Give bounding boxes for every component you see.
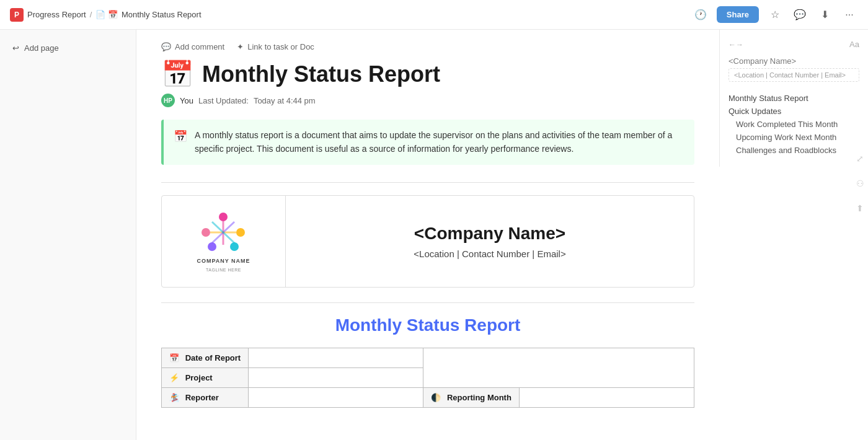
topbar-actions: 🕐 Share ☆ 💬 ⬇ ··· bbox=[692, 6, 858, 24]
add-comment-label: Add comment bbox=[175, 42, 224, 51]
doc-icon: 📄 📅 bbox=[95, 10, 118, 19]
breadcrumb-separator: / bbox=[90, 10, 92, 19]
history-icon[interactable]: 🕐 bbox=[692, 6, 709, 24]
sidebar-nav-work-completed[interactable]: Work Completed This Month bbox=[728, 118, 859, 131]
callout-text: A monthly status report is a document th… bbox=[195, 128, 684, 156]
callout-box: 📅 A monthly status report is a document … bbox=[161, 120, 694, 165]
users-icon[interactable]: ⚇ bbox=[856, 178, 864, 188]
table-row: ⚡ Project bbox=[162, 367, 694, 387]
main-layout: ↩ Add page 💬 Add comment ✦ Link to task … bbox=[0, 30, 868, 440]
project-value[interactable] bbox=[249, 367, 423, 387]
star-icon[interactable]: ☆ bbox=[766, 6, 784, 24]
topbar: P Progress Report / 📄 📅 Monthly Status R… bbox=[0, 0, 868, 30]
logo-svg bbox=[198, 211, 248, 254]
sidebar-nav-upcoming-work[interactable]: Upcoming Work Next Month bbox=[728, 131, 859, 144]
svg-point-4 bbox=[230, 242, 239, 251]
company-contact-display[interactable]: <Location | Contact Number | Email> bbox=[414, 249, 565, 259]
more-icon[interactable]: ··· bbox=[841, 6, 858, 24]
divider-1 bbox=[161, 182, 694, 183]
expand-icon[interactable]: ⤢ bbox=[856, 154, 864, 164]
company-block: COMPANY NAME TAGLINE HERE <Company Name>… bbox=[161, 195, 694, 288]
share-icon[interactable]: ⬆ bbox=[856, 203, 864, 213]
date-of-report-label: 📅 Date of Report bbox=[162, 348, 249, 367]
comment-icon: 💬 bbox=[161, 42, 171, 51]
share-button[interactable]: Share bbox=[717, 6, 759, 23]
add-comment-button[interactable]: 💬 Add comment bbox=[161, 42, 224, 51]
chat-icon[interactable]: 💬 bbox=[791, 6, 808, 24]
lightning-icon: ⚡ bbox=[169, 373, 179, 382]
collapse-label: ←→ bbox=[728, 40, 743, 49]
content-area: 💬 Add comment ✦ Link to task or Doc 📅 Mo… bbox=[136, 30, 719, 440]
title-icon: 📅 bbox=[161, 61, 193, 87]
divider-2 bbox=[161, 302, 694, 303]
table-row: 📅 Date of Report bbox=[162, 348, 694, 367]
reporter-label: 🏂 Reporter bbox=[162, 387, 249, 407]
font-size-icon[interactable]: Aa bbox=[849, 40, 859, 49]
section-title: Monthly Status Report bbox=[161, 315, 694, 335]
right-sidebar-wrapper: ←→ Aa <Company Name> <Location | Contact… bbox=[719, 30, 868, 440]
sidebar-icons-col: ⤢ ⚇ ⬆ bbox=[856, 154, 864, 213]
company-logo-cell: COMPANY NAME TAGLINE HERE bbox=[162, 196, 286, 287]
company-name-display[interactable]: <Company Name> bbox=[414, 224, 565, 244]
breadcrumb-app[interactable]: Progress Report bbox=[27, 10, 86, 19]
action-bar: 💬 Add comment ✦ Link to task or Doc bbox=[161, 42, 694, 51]
download-icon[interactable]: ⬇ bbox=[816, 6, 833, 24]
breadcrumb: P Progress Report / 📄 📅 Monthly Status R… bbox=[10, 8, 692, 22]
add-page-label: Add page bbox=[24, 43, 59, 53]
date-of-report-value[interactable] bbox=[249, 348, 423, 367]
table-row: 🏂 Reporter 🌓 Reporting Month bbox=[162, 387, 694, 407]
moon-icon: 🌓 bbox=[431, 393, 441, 402]
company-logo: COMPANY NAME TAGLINE HERE bbox=[197, 211, 250, 272]
company-info-cell: <Company Name> <Location | Contact Numbe… bbox=[286, 196, 694, 287]
avatar: HP bbox=[161, 94, 175, 107]
link-icon: ✦ bbox=[237, 42, 244, 51]
doc-title-row: 📅 Monthly Status Report bbox=[161, 61, 694, 87]
reporter-value[interactable] bbox=[249, 387, 423, 407]
last-updated-value: Today at 4:44 pm bbox=[254, 96, 316, 105]
document-title[interactable]: Monthly Status Report bbox=[202, 61, 440, 87]
last-updated-label: Last Updated: bbox=[198, 96, 249, 105]
person-icon: 🏂 bbox=[169, 393, 179, 402]
reporting-month-value[interactable] bbox=[519, 387, 694, 407]
svg-point-0 bbox=[219, 213, 228, 221]
reporting-month-label: 🌓 Reporting Month bbox=[423, 387, 520, 407]
add-page-icon: ↩ bbox=[12, 43, 19, 53]
project-label: ⚡ Project bbox=[162, 367, 249, 387]
sidebar-company-name[interactable]: <Company Name> bbox=[728, 56, 859, 66]
link-button[interactable]: ✦ Link to task or Doc bbox=[237, 42, 314, 51]
logo-tagline: TAGLINE HERE bbox=[206, 268, 241, 272]
calendar-cell-icon: 📅 bbox=[169, 353, 179, 363]
add-page-button[interactable]: ↩ Add page bbox=[7, 40, 128, 56]
sidebar-nav-challenges[interactable]: Challenges and Roadblocks bbox=[728, 144, 859, 157]
sidebar-nav-monthly-status[interactable]: Monthly Status Report bbox=[728, 92, 859, 105]
callout-icon: 📅 bbox=[174, 130, 187, 143]
sidebar-nav-quick-updates[interactable]: Quick Updates bbox=[728, 105, 859, 118]
app-icon: P bbox=[10, 8, 24, 22]
right-sidebar-header: ←→ Aa bbox=[728, 40, 859, 49]
report-table: 📅 Date of Report ⚡ Project 🏂 Reporte bbox=[161, 348, 694, 408]
svg-point-3 bbox=[208, 242, 216, 251]
link-label: Link to task or Doc bbox=[247, 42, 314, 51]
svg-point-1 bbox=[202, 228, 210, 237]
meta-row: HP You Last Updated: Today at 4:44 pm bbox=[161, 94, 694, 107]
left-sidebar: ↩ Add page bbox=[0, 30, 136, 440]
logo-company-name: COMPANY NAME bbox=[197, 258, 250, 264]
breadcrumb-doc[interactable]: Monthly Status Report bbox=[122, 10, 202, 19]
svg-point-2 bbox=[236, 228, 245, 237]
author-name: You bbox=[180, 96, 193, 105]
right-sidebar: ←→ Aa <Company Name> <Location | Contact… bbox=[719, 30, 868, 167]
sidebar-contact: <Location | Contact Number | Email> bbox=[728, 68, 859, 82]
